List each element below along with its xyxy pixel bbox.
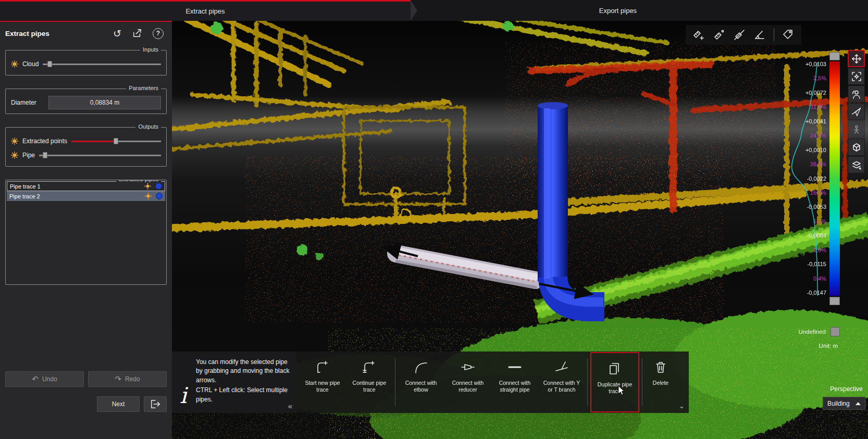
connect-elbow-button[interactable]: Connect with elbow	[398, 352, 444, 413]
scale-percent: 5,1%	[813, 219, 826, 224]
stacked-slices-icon	[851, 160, 862, 170]
tab-extract-pipes-label: Extract pipes	[185, 7, 225, 15]
collapse-toolbar-button[interactable]: ⌄	[679, 402, 685, 410]
undo-button[interactable]: ↶ Undo	[5, 371, 84, 387]
toolbar-divider	[587, 358, 588, 406]
redo-arrow-icon: ↷	[115, 374, 121, 384]
outputs-section: Outputs Extracted points Pipe	[5, 127, 167, 167]
diameter-label: Diameter	[11, 99, 44, 106]
y-t-branch-icon	[554, 359, 569, 375]
pipe-opacity-slider[interactable]	[39, 152, 161, 159]
pipe-color-dot[interactable]	[155, 183, 162, 190]
scale-lower-handle[interactable]	[829, 297, 840, 305]
scale-percent: 24,7%	[810, 133, 826, 139]
button-label: Continue pipe trace	[348, 380, 391, 393]
delete-button[interactable]: Delete	[644, 352, 677, 413]
pipe-color-dot[interactable]	[156, 193, 163, 199]
collapse-info-button[interactable]: «	[288, 400, 292, 412]
duplicate-pipe-trace-button[interactable]: Duplicate pipe trace	[591, 353, 638, 411]
workflow-tab-bar: Extract pipes Export pipes	[0, 0, 868, 21]
extracted-points-bulb-icon[interactable]	[11, 137, 18, 145]
pipe-trace-visibility-bulb-icon[interactable]	[144, 183, 152, 190]
zoom-extents-button[interactable]	[848, 68, 865, 85]
duplicate-selection-highlight: Duplicate pipe trace	[590, 352, 639, 412]
extracted-points-slider[interactable]	[71, 137, 161, 145]
pipe-bulb-icon[interactable]	[11, 152, 18, 159]
tab-export-pipes-label: Export pipes	[599, 7, 637, 15]
next-button[interactable]: Next	[97, 396, 140, 412]
undo-button-label: Undo	[42, 375, 57, 383]
inputs-section-label: Inputs	[140, 46, 161, 53]
measurement-toolbar	[686, 25, 801, 45]
unit-label: Unit: m	[819, 343, 838, 349]
scale-value: -0,0084	[807, 233, 826, 239]
export-window-icon[interactable]	[132, 29, 142, 38]
color-scale-labels: +0,0103 2,5% +0,0072 11,3% +0,0041 24,7%…	[777, 61, 826, 296]
undefined-color-swatch[interactable]	[830, 327, 840, 336]
scale-percent: 11,3%	[811, 104, 826, 110]
measure-add-icon[interactable]	[692, 29, 705, 41]
cloud-opacity-slider[interactable]	[43, 60, 161, 68]
undo-arrow-icon: ↶	[32, 374, 39, 384]
orbit-view-button[interactable]	[848, 85, 865, 103]
continue-pipe-trace-button[interactable]: Continue pipe trace	[346, 352, 393, 413]
orbit-user-icon	[851, 89, 862, 99]
view-preset-label: Building	[827, 400, 850, 407]
toolbar-divider	[395, 358, 395, 406]
pipe-trace-name: Pipe trace 1	[10, 183, 141, 190]
diameter-input[interactable]: 0,08834 m	[48, 96, 161, 109]
color-scale-bar	[829, 61, 840, 296]
walk-mode-button[interactable]	[848, 121, 865, 138]
button-label: Connect with reducer	[447, 380, 489, 393]
straight-pipe-icon	[507, 359, 523, 375]
annotation-tag-icon[interactable]	[782, 29, 795, 41]
extracted-pipes-section-label: Extracted pipes	[116, 180, 161, 182]
redo-button[interactable]: ↷ Redo	[88, 371, 167, 387]
help-icon[interactable]: ?	[153, 28, 164, 39]
scale-value: +0,0010	[805, 147, 826, 153]
connect-reducer-button[interactable]: Connect with reducer	[444, 352, 491, 413]
slice-views-button[interactable]	[848, 156, 865, 173]
redo-button-label: Redo	[125, 375, 140, 383]
toolbar-divider	[774, 29, 774, 41]
connect-straight-pipe-button[interactable]: Connect with straight pipe	[491, 352, 538, 413]
tab-separator-arrow	[411, 0, 417, 21]
scale-percent: 16,2%	[810, 190, 826, 196]
scale-upper-handle[interactable]	[829, 52, 840, 60]
fly-mode-button[interactable]	[848, 103, 865, 120]
reducer-icon	[460, 359, 476, 375]
viewport-3d-container: +0,0103 2,5% +0,0072 11,3% +0,0041 24,7%…	[172, 21, 868, 439]
button-label: Duplicate pipe trace	[593, 381, 636, 395]
history-icon[interactable]: ↺	[113, 29, 121, 39]
info-panel: i You can modify the selected pipe by gr…	[172, 352, 296, 413]
measure-clear-icon[interactable]	[733, 29, 746, 41]
ortho-views-button[interactable]	[848, 139, 865, 156]
pan-tool-button[interactable]	[848, 50, 865, 67]
list-item-pipe-trace-1[interactable]: Pipe trace 1	[7, 181, 165, 191]
pipe-trace-visibility-bulb-icon[interactable]	[145, 193, 152, 200]
scale-value: +0,0103	[805, 61, 826, 67]
tab-extract-pipes[interactable]: Extract pipes	[0, 0, 411, 21]
extracted-points-label: Extracted points	[22, 137, 67, 145]
duplicate-copy-icon	[607, 361, 623, 377]
scale-value: -0,0115	[808, 261, 827, 267]
view-preset-dropdown[interactable]: Building	[823, 397, 865, 410]
cloud-visibility-bulb-icon[interactable]	[11, 60, 18, 68]
measure-distance-icon[interactable]	[713, 29, 725, 41]
scale-value: -0,0147	[807, 290, 826, 296]
continue-pipe-icon	[362, 359, 377, 375]
button-label: Connect with Y or T branch	[540, 380, 583, 393]
list-item-pipe-trace-2[interactable]: Pipe trace 2	[7, 191, 165, 201]
scale-percent: 1,6%	[813, 247, 826, 253]
export-step-button[interactable]	[144, 396, 167, 412]
measure-angle-icon[interactable]	[753, 29, 766, 41]
connect-branch-button[interactable]: Connect with Y or T branch	[538, 352, 585, 413]
pipe-label: Pipe	[22, 152, 35, 159]
parameters-section: Parameters Diameter 0,08834 m	[5, 89, 167, 114]
button-label: Delete	[639, 380, 682, 386]
cloud-label: Cloud	[22, 60, 39, 68]
scale-value: +0,0072	[805, 90, 826, 96]
zoom-extents-icon	[851, 71, 862, 82]
tab-export-pipes[interactable]: Export pipes	[417, 0, 868, 21]
start-new-pipe-trace-button[interactable]: Start new pipe trace	[299, 352, 346, 413]
